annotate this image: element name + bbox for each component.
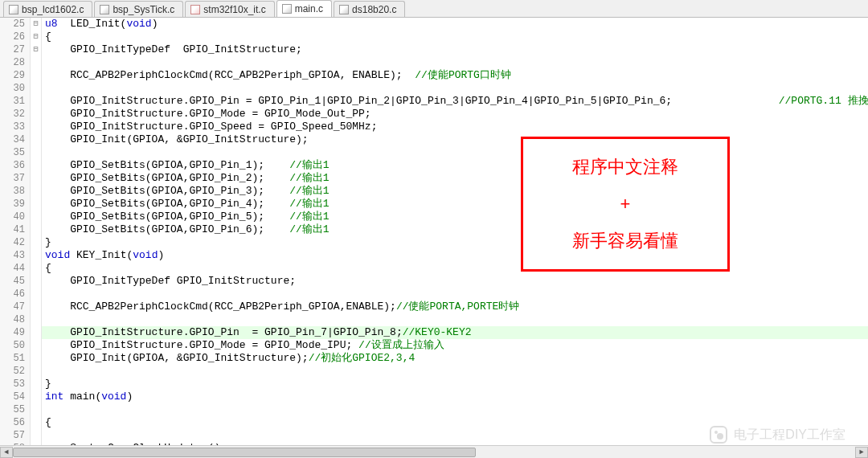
- wechat-icon: [710, 426, 727, 444]
- code-line[interactable]: GPIO_InitStructure.GPIO_Mode = GPIO_Mode…: [42, 339, 868, 352]
- code-line[interactable]: {: [42, 262, 868, 275]
- code-line[interactable]: [42, 313, 868, 326]
- line-number: 28: [0, 56, 25, 69]
- fold-toggle-icon[interactable]: ⊟: [31, 18, 41, 31]
- line-number: 44: [0, 262, 25, 275]
- code-line[interactable]: RCC_APB2PeriphClockCmd(RCC_APB2Periph_GP…: [42, 301, 868, 313]
- tab-label: bsp_SysTick.c: [113, 4, 174, 15]
- line-number: 42: [0, 236, 25, 249]
- code-area[interactable]: u8 LED_Init(void){ GPIO_InitTypeDef GPIO…: [42, 18, 868, 458]
- fold-toggle-icon[interactable]: ⊟: [31, 31, 41, 43]
- code-line[interactable]: [42, 82, 868, 95]
- line-number: 25: [0, 18, 25, 31]
- line-number: 43: [0, 249, 25, 262]
- code-line[interactable]: RCC_APB2PeriphClockCmd(RCC_APB2Periph_GP…: [42, 69, 868, 82]
- line-number: 40: [0, 211, 25, 223]
- code-line[interactable]: GPIO_SetBits(GPIOA,GPIO_Pin_2); //输出1: [42, 172, 868, 185]
- tab-label: bsp_lcd1602.c: [22, 4, 84, 15]
- line-number: 52: [0, 365, 25, 378]
- code-line[interactable]: [42, 146, 868, 159]
- code-line[interactable]: GPIO_InitStructure.GPIO_Mode = GPIO_Mode…: [42, 108, 868, 121]
- scrollbar-thumb[interactable]: [13, 448, 476, 457]
- line-number: 45: [0, 275, 25, 288]
- watermark: 电子工程DIY工作室: [710, 426, 845, 444]
- overlay-line-2: +: [523, 194, 727, 215]
- tab-bsp_lcd1602-c[interactable]: bsp_lcd1602.c: [3, 1, 92, 17]
- line-number: 36: [0, 159, 25, 172]
- tab-ds18b20-c[interactable]: ds18b20.c: [334, 1, 405, 17]
- line-number: 29: [0, 69, 25, 82]
- line-number: 48: [0, 313, 25, 326]
- line-number: 34: [0, 133, 25, 146]
- line-number: 49: [0, 326, 25, 339]
- tab-label: main.c: [295, 3, 323, 14]
- overlay-line-3: 新手容易看懂: [523, 229, 727, 253]
- line-number: 30: [0, 82, 25, 95]
- code-line[interactable]: GPIO_SetBits(GPIOA,GPIO_Pin_5); //输出1: [42, 211, 868, 223]
- code-line[interactable]: u8 LED_Init(void): [42, 18, 868, 31]
- fold-column[interactable]: ⊟⊟⊟: [31, 18, 42, 458]
- tab-label: stm32f10x_it.c: [203, 4, 265, 15]
- line-number: 50: [0, 339, 25, 352]
- watermark-text: 电子工程DIY工作室: [734, 427, 845, 444]
- line-number: 37: [0, 172, 25, 185]
- code-line[interactable]: GPIO_SetBits(GPIOA,GPIO_Pin_6); //输出1: [42, 223, 868, 236]
- code-line[interactable]: }: [42, 378, 868, 391]
- code-line[interactable]: [42, 403, 868, 416]
- code-line[interactable]: GPIO_SetBits(GPIOA,GPIO_Pin_3); //输出1: [42, 185, 868, 198]
- line-number: 56: [0, 416, 25, 429]
- line-number: 55: [0, 403, 25, 416]
- tab-label: ds18b20.c: [352, 4, 396, 15]
- file-icon: [100, 5, 109, 14]
- line-number: 33: [0, 121, 25, 133]
- code-line[interactable]: GPIO_InitTypeDef GPIO_InitStructure;: [42, 275, 868, 288]
- tab-bar: bsp_lcd1602.cbsp_SysTick.cstm32f10x_it.c…: [0, 0, 868, 18]
- code-line[interactable]: [42, 56, 868, 69]
- line-number: 47: [0, 301, 25, 313]
- tab-main-c[interactable]: main.c: [276, 0, 332, 17]
- code-line[interactable]: {: [42, 31, 868, 43]
- line-number: 32: [0, 108, 25, 121]
- line-number-gutter: 2526272829303132333435363738394041424344…: [0, 18, 31, 458]
- overlay-line-1: 程序中文注释: [523, 155, 727, 179]
- line-number: 57: [0, 429, 25, 442]
- file-icon: [9, 5, 18, 14]
- code-line[interactable]: [42, 365, 868, 378]
- line-number: 27: [0, 43, 25, 56]
- code-line[interactable]: GPIO_Init(GPIOA, &GPIO_InitStructure);//…: [42, 352, 868, 365]
- code-line[interactable]: [42, 288, 868, 301]
- line-number: 41: [0, 223, 25, 236]
- scrollbar-track[interactable]: [13, 447, 855, 458]
- code-editor[interactable]: 2526272829303132333435363738394041424344…: [0, 18, 868, 458]
- scroll-right-button[interactable]: ►: [855, 447, 868, 458]
- horizontal-scrollbar[interactable]: ◄ ►: [0, 445, 868, 458]
- annotation-overlay: 程序中文注释 + 新手容易看懂: [521, 137, 730, 272]
- code-line[interactable]: int main(void): [42, 391, 868, 403]
- line-number: 38: [0, 185, 25, 198]
- code-line[interactable]: GPIO_Init(GPIOA, &GPIO_InitStructure);: [42, 133, 868, 146]
- code-line[interactable]: GPIO_InitStructure.GPIO_Pin = GPIO_Pin_1…: [42, 95, 868, 108]
- code-line[interactable]: void KEY_Init(void): [42, 249, 868, 262]
- line-number: 39: [0, 198, 25, 211]
- code-line[interactable]: GPIO_SetBits(GPIOA,GPIO_Pin_4); //输出1: [42, 198, 868, 211]
- line-number: 35: [0, 146, 25, 159]
- file-icon: [190, 5, 200, 14]
- line-number: 53: [0, 378, 25, 391]
- line-number: 54: [0, 391, 25, 403]
- code-line[interactable]: GPIO_InitStructure.GPIO_Speed = GPIO_Spe…: [42, 121, 868, 133]
- tab-stm32f10x_it-c[interactable]: stm32f10x_it.c: [185, 1, 274, 17]
- line-number: 26: [0, 31, 25, 43]
- code-line[interactable]: GPIO_InitStructure.GPIO_Pin = GPIO_Pin_7…: [42, 326, 868, 339]
- file-icon: [282, 4, 292, 14]
- code-line[interactable]: GPIO_InitTypeDef GPIO_InitStructure;: [42, 43, 868, 56]
- line-number: 31: [0, 95, 25, 108]
- line-number: 51: [0, 352, 25, 365]
- scroll-left-button[interactable]: ◄: [0, 447, 13, 458]
- code-line[interactable]: GPIO_SetBits(GPIOA,GPIO_Pin_1); //输出1: [42, 159, 868, 172]
- tab-bsp_SysTick-c[interactable]: bsp_SysTick.c: [94, 1, 183, 17]
- line-number: 46: [0, 288, 25, 301]
- code-line[interactable]: }: [42, 236, 868, 249]
- file-icon: [339, 5, 349, 14]
- fold-toggle-icon[interactable]: ⊟: [31, 43, 41, 56]
